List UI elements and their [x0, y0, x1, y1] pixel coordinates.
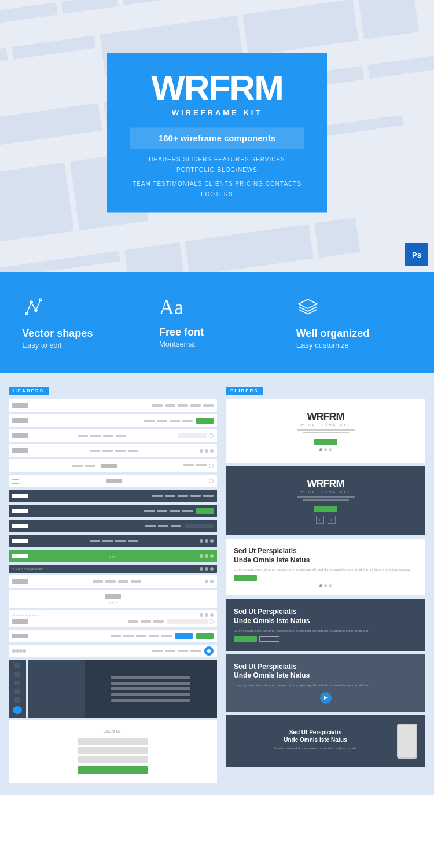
hero-section: WRFRM WIREFRAME KIT 160+ wireframe compo…: [0, 0, 434, 272]
header-wf-4: [9, 444, 217, 457]
feature-organized: Well organized Easy customize: [296, 295, 412, 350]
wf-icons: [200, 539, 214, 543]
slider-text: [297, 429, 355, 433]
slider-body: Lorem ipsum dolor sit amet consectetur a…: [234, 683, 417, 689]
svg-marker-4: [299, 299, 317, 308]
slider-heading: Sed Ut PerspiciatisUnde Omnis Iste Natus: [234, 608, 417, 626]
hero-tagline-box: 160+ wireframe components: [130, 127, 304, 149]
wf-hamburger: [12, 479, 19, 483]
slider-body: Lorem ipsum dolor sit amet consectetur a…: [234, 567, 417, 573]
header-wf-2: [9, 414, 217, 427]
wf-logo: [12, 524, 28, 528]
wf-contact: ✆ 123 ✉ mail@test.com: [12, 567, 43, 571]
wf-search-icon: [209, 479, 214, 483]
feature-vector: Vector shapes Easy to edit: [22, 295, 138, 350]
header-wf-5: [9, 459, 217, 472]
hero-components-line2: TEAM TESTIMONIALS CLIENTS PRICING CONTAC…: [130, 179, 304, 200]
slider-btn-2: [259, 636, 279, 642]
wf-nav: [128, 620, 164, 623]
headers-column: HEADERS: [9, 384, 217, 783]
signup-btn: [78, 766, 148, 774]
wf-nav: [93, 580, 141, 583]
header-wf-16: [9, 645, 217, 657]
slider-dots: [319, 448, 332, 451]
wf-search: [178, 433, 207, 438]
slider-wf-6: Sed Ut PerspiciatisUnde Omnis Iste Natus…: [226, 715, 425, 767]
wf-nav: [145, 525, 181, 527]
slider-logo-sub: WIREFRAME KIT: [300, 423, 351, 426]
wf-logo: [12, 554, 28, 558]
header-wf-15: [9, 630, 217, 642]
slider-heading: Sed Ut PerspiciatisUnde Omnis Iste Natus: [234, 729, 397, 744]
slider-btn: [314, 439, 337, 445]
slider-btn-1: [234, 575, 257, 581]
components-section: HEADERS: [0, 373, 434, 795]
feature-vector-title: Vector shapes: [22, 328, 138, 340]
header-wf-10: [9, 535, 217, 547]
slider-body: Lorem ipsum dolor sit amet consectetur a…: [234, 628, 417, 634]
wf-icons: [200, 449, 214, 453]
header-wf-12-main: [9, 575, 217, 588]
header-wf-11: f y g+: [9, 550, 217, 562]
slider-btn-1: [234, 636, 257, 642]
features-strip: Vector shapes Easy to edit Aa Free font …: [0, 272, 434, 373]
wf-logo: [106, 479, 122, 483]
wf-nav: [144, 420, 193, 422]
layers-icon: [296, 295, 319, 318]
wf-btn2: [196, 633, 214, 639]
sliders-label: SLIDERS: [226, 387, 263, 395]
wf-btn: [175, 633, 193, 639]
signup-field-1: [78, 738, 148, 745]
wf-nav: [78, 435, 126, 437]
wf-logo: [12, 539, 28, 543]
hero-subtitle: WIREFRAME KIT: [130, 108, 304, 117]
slider-btns: [234, 636, 417, 642]
wf-logo: [12, 418, 28, 423]
wf-nav: [90, 540, 138, 542]
header-wf-7: [9, 490, 217, 502]
feature-font-title: Free font: [159, 326, 275, 339]
slider-btn: [314, 506, 337, 512]
feature-font: Aa Free font Montserrat: [159, 295, 275, 348]
header-wf-1: [9, 399, 217, 412]
pen-tool-icon: [22, 295, 45, 318]
slider-heading: Sed Ut PerspiciatisUnde Omnis Iste Natus: [234, 663, 417, 681]
slider-btns: [234, 575, 417, 581]
ps-badge: Ps: [405, 243, 428, 266]
wf-user-avatar: [204, 646, 214, 656]
wf-logo: [12, 403, 28, 408]
hero-logo: WRFRM: [130, 70, 304, 106]
wf-nav: [152, 404, 214, 407]
wf-cta-btn: [196, 418, 214, 424]
slider-wf-2: WRFRM WIREFRAME KIT ‹ ›: [226, 466, 425, 535]
slider-logo: WRFRM: [307, 411, 344, 423]
sidebar-overlay: [85, 660, 217, 718]
feature-organized-desc: Easy customize: [296, 341, 412, 350]
wf-logo: [12, 509, 28, 513]
signup-field-3: [78, 756, 148, 763]
wf-nav: [90, 450, 138, 452]
wf-nav: [111, 635, 172, 637]
header-wf-6: [9, 475, 217, 487]
hero-brand-box: WRFRM WIREFRAME KIT 160+ wireframe compo…: [107, 53, 327, 212]
signup-field-2: [78, 747, 148, 754]
wf-logo: [12, 579, 28, 584]
headers-label: HEADERS: [9, 387, 49, 395]
wf-nav-left: [72, 465, 95, 467]
wf-icons: [200, 554, 214, 558]
font-icon: Aa: [159, 295, 275, 319]
slider-logo-sub: WIREFRAME KIT: [300, 490, 351, 494]
slider-dots: [319, 584, 332, 587]
slider-play-btn[interactable]: ▶: [320, 692, 332, 704]
wf-cta-btn: [196, 508, 214, 514]
hero-tagline: 160+ wireframe components: [142, 133, 292, 143]
header-wf-14: all info do ✉ all info do: [9, 610, 217, 627]
wf-logo: [12, 494, 28, 498]
feature-vector-desc: Easy to edit: [22, 341, 138, 350]
wf-logo: [105, 594, 121, 599]
wf-nav: [152, 495, 214, 497]
sliders-column: SLIDERS WRFRM WIREFRAME KIT WRFRM WIREFR…: [226, 384, 425, 783]
wf-social: f y g+: [108, 554, 116, 558]
wf-logo: [12, 433, 28, 438]
hero-components-line1: HEADERS SLIDERS FEATURES SERVICES PORTFO…: [130, 155, 304, 175]
